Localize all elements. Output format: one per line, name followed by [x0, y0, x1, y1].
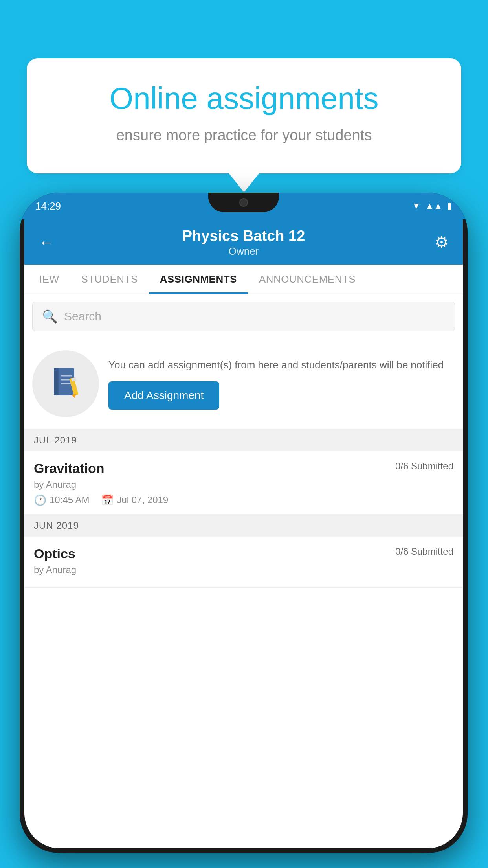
assignment-gravitation-header: Gravitation 0/6 Submitted: [34, 461, 453, 476]
gravitation-date-value: Jul 07, 2019: [117, 495, 168, 506]
tab-announcements[interactable]: ANNOUNCEMENTS: [248, 265, 367, 294]
calendar-icon: 📅: [101, 494, 114, 506]
wifi-icon: ▼: [412, 201, 421, 211]
add-assignment-promo: You can add assignment(s) from here and …: [24, 338, 463, 429]
gravitation-time: 🕐 10:45 AM: [34, 494, 89, 506]
promo-content: You can add assignment(s) from here and …: [108, 357, 453, 410]
settings-button[interactable]: ⚙: [425, 233, 449, 251]
promo-text: You can add assignment(s) from here and …: [108, 357, 453, 373]
search-container: 🔍 Search: [24, 294, 463, 338]
phone-screen: ← Physics Batch 12 Owner ⚙ IEW STUDENTS …: [24, 219, 463, 848]
search-bar[interactable]: 🔍 Search: [32, 302, 455, 331]
assignment-gravitation-meta: 🕐 10:45 AM 📅 Jul 07, 2019: [34, 494, 453, 506]
clock-icon: 🕐: [34, 494, 46, 506]
status-bar: 14:29 ▼ ▲▲ ▮: [20, 193, 468, 219]
notebook-icon: [50, 366, 81, 401]
header-title-block: Physics Batch 12 Owner: [62, 227, 425, 257]
svg-rect-1: [54, 368, 59, 395]
batch-subtitle: Owner: [62, 245, 425, 257]
assignment-gravitation-submitted: 0/6 Submitted: [395, 461, 453, 472]
assignment-optics-submitted: 0/6 Submitted: [395, 546, 453, 557]
app-header: ← Physics Batch 12 Owner ⚙: [24, 219, 463, 265]
phone-frame: 14:29 ▼ ▲▲ ▮ ← Physics Batch 12 Owner ⚙ …: [20, 193, 468, 853]
gravitation-time-value: 10:45 AM: [50, 495, 89, 506]
tabs-bar: IEW STUDENTS ASSIGNMENTS ANNOUNCEMENTS: [24, 265, 463, 294]
section-jun-2019: JUN 2019: [24, 515, 463, 537]
assignment-optics-by: by Anurag: [34, 565, 453, 576]
signal-icon: ▲▲: [425, 201, 442, 211]
search-input[interactable]: Search: [64, 310, 101, 323]
speech-bubble-heading: Online assignments: [58, 82, 430, 116]
gravitation-date: 📅 Jul 07, 2019: [101, 494, 168, 506]
assignment-optics-title: Optics: [34, 546, 75, 561]
speech-bubble: Online assignments ensure more practice …: [27, 58, 461, 173]
speech-bubble-container: Online assignments ensure more practice …: [27, 58, 461, 173]
assignment-optics[interactable]: Optics 0/6 Submitted by Anurag: [24, 537, 463, 588]
add-assignment-button[interactable]: Add Assignment: [108, 381, 219, 410]
assignment-gravitation-by: by Anurag: [34, 479, 453, 490]
tab-assignments[interactable]: ASSIGNMENTS: [149, 265, 248, 294]
assignment-optics-header: Optics 0/6 Submitted: [34, 546, 453, 561]
tab-students[interactable]: STUDENTS: [70, 265, 149, 294]
assignment-gravitation[interactable]: Gravitation 0/6 Submitted by Anurag 🕐 10…: [24, 451, 463, 515]
phone-notch: [208, 193, 279, 212]
batch-title: Physics Batch 12: [62, 227, 425, 245]
promo-icon-circle: [32, 350, 99, 417]
search-icon: 🔍: [42, 309, 58, 324]
camera: [239, 198, 248, 207]
tab-iew[interactable]: IEW: [28, 265, 70, 294]
speech-bubble-subtext: ensure more practice for your students: [58, 125, 430, 146]
status-time: 14:29: [35, 200, 61, 212]
back-button[interactable]: ←: [39, 234, 62, 251]
status-icons: ▼ ▲▲ ▮: [412, 201, 452, 211]
battery-icon: ▮: [447, 201, 452, 211]
section-jul-2019: JUL 2019: [24, 429, 463, 451]
assignment-gravitation-title: Gravitation: [34, 461, 104, 476]
